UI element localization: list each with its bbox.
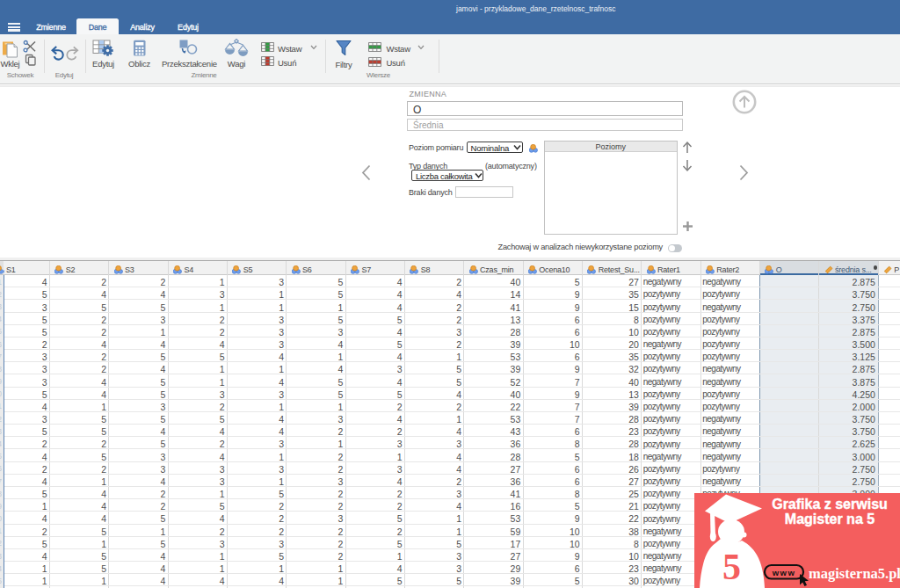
svg-text:www: www xyxy=(772,568,796,577)
svg-text:magisterna5.pl: magisterna5.pl xyxy=(809,565,900,582)
svg-text:5: 5 xyxy=(722,547,741,587)
